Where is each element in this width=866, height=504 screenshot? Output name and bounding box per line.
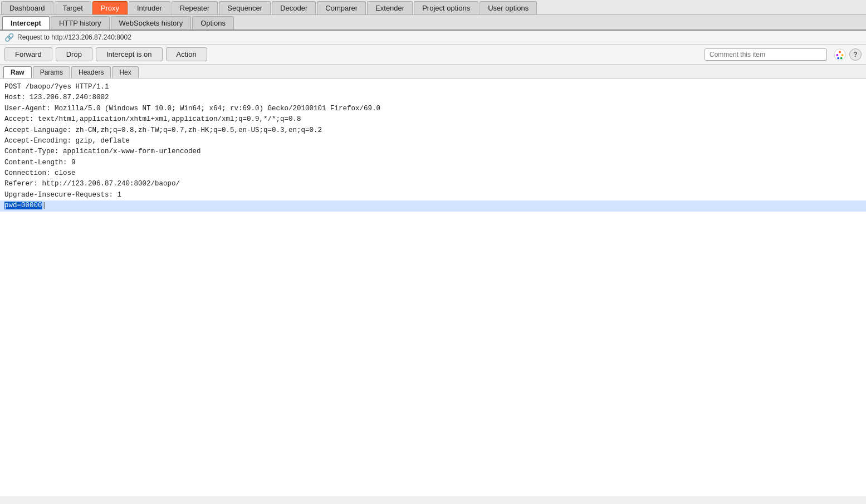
body-line: Content-Type: application/x-www-form-url…: [0, 146, 866, 157]
nav-tab-extender[interactable]: Extender: [367, 1, 413, 14]
nav-tab-decoder[interactable]: Decoder: [272, 1, 316, 14]
comment-input[interactable]: [704, 48, 827, 61]
svg-point-2: [841, 54, 844, 56]
link-icon: 🔗: [4, 33, 14, 42]
svg-point-5: [836, 54, 839, 56]
nav-tab-proxy[interactable]: Proxy: [92, 1, 128, 14]
action-button[interactable]: Action: [166, 47, 207, 61]
help-button[interactable]: ?: [849, 48, 862, 61]
sub-tab-options[interactable]: Options: [192, 16, 234, 30]
content-tab-params[interactable]: Params: [33, 66, 70, 78]
nav-tab-intruder[interactable]: Intruder: [129, 1, 170, 14]
sub-tab-http-history[interactable]: HTTP history: [51, 16, 110, 30]
content-tab-hex[interactable]: Hex: [112, 66, 138, 78]
nav-tab-comparer[interactable]: Comparer: [317, 1, 366, 14]
body-line: Referer: http://123.206.87.240:8002/baop…: [0, 179, 866, 189]
sub-navigation: InterceptHTTP historyWebSockets historyO…: [0, 15, 866, 31]
nav-tab-user-options[interactable]: User options: [480, 1, 537, 14]
body-line: Host: 123.206.87.240:8002: [0, 92, 866, 103]
svg-point-4: [837, 57, 839, 59]
nav-tab-dashboard[interactable]: Dashboard: [1, 1, 53, 14]
request-body[interactable]: POST /baopo/?yes HTTP/1.1Host: 123.206.8…: [0, 79, 866, 496]
body-line: Upgrade-Insecure-Requests: 1: [0, 190, 866, 200]
sub-tab-websockets-history[interactable]: WebSockets history: [111, 16, 192, 30]
svg-point-1: [839, 51, 841, 53]
svg-point-3: [840, 57, 843, 59]
body-line: pwd=00000|: [0, 200, 866, 211]
forward-button[interactable]: Forward: [4, 47, 52, 61]
nav-tab-repeater[interactable]: Repeater: [172, 1, 218, 14]
content-tabs: RawParamsHeadersHex: [0, 65, 866, 79]
body-line: User-Agent: Mozilla/5.0 (Windows NT 10.0…: [0, 104, 866, 114]
body-line: Accept-Encoding: gzip, deflate: [0, 136, 866, 146]
nav-tab-project-options[interactable]: Project options: [414, 1, 478, 14]
content-tab-raw[interactable]: Raw: [3, 66, 32, 78]
svg-point-0: [834, 48, 845, 60]
burp-logo: [834, 48, 846, 61]
sub-tab-intercept[interactable]: Intercept: [2, 16, 50, 30]
body-line: Content-Length: 9: [0, 158, 866, 168]
request-url: Request to http://123.206.87.240:8002: [17, 33, 131, 41]
body-line: POST /baopo/?yes HTTP/1.1: [0, 82, 866, 92]
nav-tab-target[interactable]: Target: [55, 1, 91, 14]
content-tab-headers[interactable]: Headers: [71, 66, 111, 78]
body-line: Connection: close: [0, 168, 866, 179]
action-bar: Forward Drop Intercept is on Action ?: [0, 45, 866, 65]
nav-tab-sequencer[interactable]: Sequencer: [219, 1, 271, 14]
body-line: Accept-Language: zh-CN,zh;q=0.8,zh-TW;q=…: [0, 125, 866, 136]
top-navigation: DashboardTargetProxyIntruderRepeaterSequ…: [0, 0, 866, 15]
burp-logo-icon: [834, 48, 846, 61]
drop-button[interactable]: Drop: [56, 47, 92, 61]
intercept-toggle-button[interactable]: Intercept is on: [96, 47, 163, 61]
request-bar: 🔗 Request to http://123.206.87.240:8002: [0, 31, 866, 45]
body-line: Accept: text/html,application/xhtml+xml,…: [0, 114, 866, 125]
